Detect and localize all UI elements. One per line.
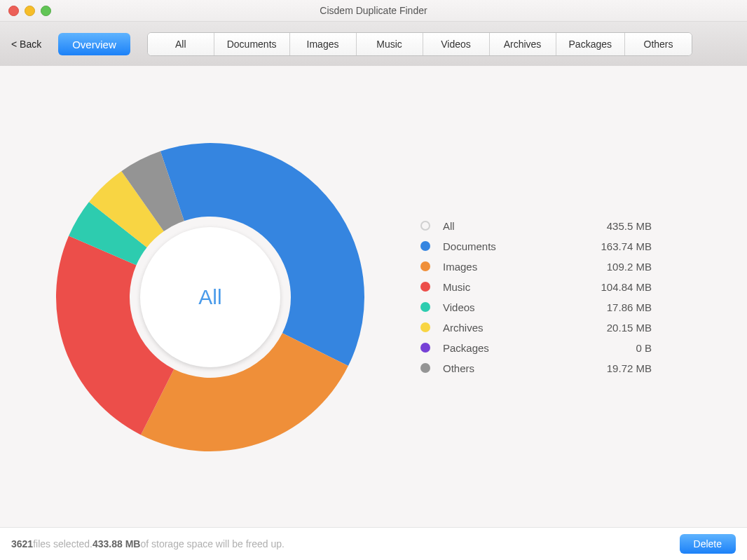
legend-row[interactable]: Archives20.15 MB <box>420 322 652 334</box>
window-title: Cisdem Duplicate Finder <box>0 5 747 16</box>
window-titlebar: Cisdem Duplicate Finder <box>0 0 747 22</box>
legend-dot-icon <box>420 241 430 251</box>
tab-documents[interactable]: Documents <box>214 33 290 55</box>
minimize-icon[interactable] <box>25 6 35 16</box>
status-text-1: files selected. <box>33 538 92 549</box>
status-bar: 3621 files selected. 433.88 MB of storag… <box>0 527 747 560</box>
legend-size: 19.72 MB <box>582 362 652 374</box>
zoom-icon[interactable] <box>41 6 51 16</box>
delete-button[interactable]: Delete <box>680 534 736 554</box>
tab-packages[interactable]: Packages <box>556 33 625 55</box>
legend-name: Documents <box>443 240 582 252</box>
legend-dot-icon <box>420 302 430 312</box>
legend-size: 163.74 MB <box>582 240 652 252</box>
legend-name: All <box>443 220 582 232</box>
back-button[interactable]: < Back <box>11 39 41 50</box>
legend-row[interactable]: Packages0 B <box>420 342 652 354</box>
legend-size: 17.86 MB <box>582 301 652 313</box>
legend-dot-icon <box>420 363 430 373</box>
legend-size: 435.5 MB <box>582 220 652 232</box>
tab-music[interactable]: Music <box>357 33 423 55</box>
legend-name: Others <box>443 362 582 374</box>
close-icon[interactable] <box>8 6 19 16</box>
legend-row[interactable]: Documents163.74 MB <box>420 240 652 252</box>
legend-size: 104.84 MB <box>582 281 652 293</box>
overview-button[interactable]: Overview <box>58 33 130 55</box>
traffic-lights <box>8 6 51 16</box>
legend-dot-icon <box>420 343 430 353</box>
donut-chart: All <box>0 136 420 458</box>
legend-row[interactable]: Images109.2 MB <box>420 261 652 273</box>
content-area: All All435.5 MBDocuments163.74 MBImages1… <box>0 66 747 528</box>
tab-archives[interactable]: Archives <box>490 33 556 55</box>
tab-images[interactable]: Images <box>290 33 357 55</box>
legend-name: Packages <box>443 342 582 354</box>
legend-dot-icon <box>420 282 430 292</box>
legend-name: Videos <box>443 301 582 313</box>
tab-others[interactable]: Others <box>625 33 692 55</box>
selected-count: 3621 <box>11 538 33 549</box>
legend-row[interactable]: Music104.84 MB <box>420 281 652 293</box>
category-tabs: All Documents Images Music Videos Archiv… <box>147 32 692 56</box>
donut-center-label: All <box>140 227 280 367</box>
status-text-2: of storage space will be freed up. <box>140 538 284 549</box>
legend-name: Music <box>443 281 582 293</box>
legend-dot-icon <box>420 322 430 332</box>
toolbar: < Back Overview All Documents Images Mus… <box>0 22 747 67</box>
tab-videos[interactable]: Videos <box>423 33 490 55</box>
legend: All435.5 MBDocuments163.74 MBImages109.2… <box>420 212 652 383</box>
legend-name: Images <box>443 261 582 273</box>
legend-size: 0 B <box>582 342 652 354</box>
legend-name: Archives <box>443 322 582 334</box>
legend-dot-icon <box>420 261 430 271</box>
legend-size: 20.15 MB <box>582 322 652 334</box>
tab-all[interactable]: All <box>148 33 214 55</box>
selected-size: 433.88 MB <box>92 538 140 549</box>
legend-row[interactable]: All435.5 MB <box>420 220 652 232</box>
legend-dot-icon <box>420 221 430 231</box>
legend-row[interactable]: Videos17.86 MB <box>420 301 652 313</box>
legend-size: 109.2 MB <box>582 261 652 273</box>
legend-row[interactable]: Others19.72 MB <box>420 362 652 374</box>
